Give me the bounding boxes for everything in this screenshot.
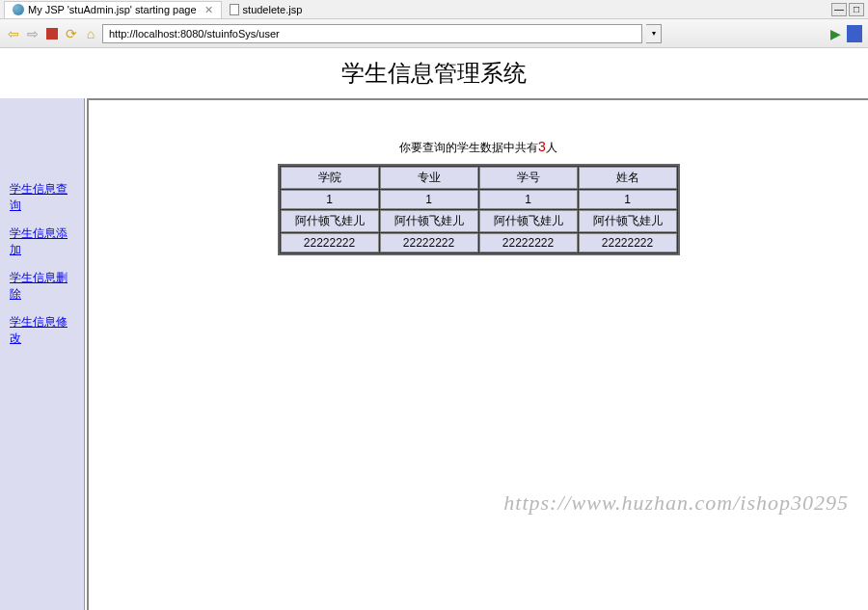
tool-button[interactable] bbox=[847, 26, 862, 41]
header-college: 学院 bbox=[281, 167, 379, 189]
arrow-right-icon: ⇨ bbox=[27, 26, 39, 41]
home-icon: ⌂ bbox=[87, 26, 95, 41]
back-button[interactable]: ⇦ bbox=[6, 26, 21, 41]
stop-icon bbox=[46, 28, 58, 40]
sidebar-item-query[interactable]: 学生信息查询 bbox=[0, 175, 84, 220]
table-row: 22222222 22222222 22222222 22222222 bbox=[281, 233, 677, 252]
window-controls: — □ bbox=[831, 3, 864, 16]
header-name: 姓名 bbox=[579, 167, 677, 189]
stop-button[interactable] bbox=[44, 26, 60, 41]
url-dropdown-button[interactable]: ▾ bbox=[646, 24, 662, 43]
tab-bar: My JSP 'stuAdmin.jsp' starting page ✕ st… bbox=[0, 0, 868, 19]
browser-toolbar: ⇦ ⇨ ⟳ ⌂ http://localhost:8080/stuinfoSys… bbox=[0, 19, 868, 48]
file-icon bbox=[230, 4, 239, 15]
tab-stuadmin[interactable]: My JSP 'stuAdmin.jsp' starting page ✕ bbox=[4, 1, 222, 18]
tab-studelete[interactable]: studelete.jsp bbox=[222, 2, 311, 17]
header-id: 学号 bbox=[479, 167, 578, 189]
main-content: 你要查询的学生数据中共有3人 学院 专业 学号 姓名 1 1 1 1 bbox=[87, 98, 868, 610]
table-header-row: 学院 专业 学号 姓名 bbox=[281, 167, 677, 189]
tab-label: studelete.jsp bbox=[243, 4, 303, 15]
square-icon bbox=[847, 25, 862, 42]
refresh-icon: ⟳ bbox=[66, 26, 77, 41]
sidebar-item-add[interactable]: 学生信息添加 bbox=[0, 220, 84, 264]
query-result-text: 你要查询的学生数据中共有3人 bbox=[89, 139, 868, 156]
go-button[interactable]: ▶ bbox=[827, 26, 843, 41]
refresh-button[interactable]: ⟳ bbox=[64, 26, 79, 41]
home-button[interactable]: ⌂ bbox=[83, 26, 98, 41]
tab-label: My JSP 'stuAdmin.jsp' starting page bbox=[28, 4, 197, 15]
student-table: 学院 专业 学号 姓名 1 1 1 1 阿什顿飞娃儿 阿什顿飞娃儿 阿什顿飞娃儿 bbox=[278, 164, 680, 255]
sidebar: 学生信息查询 学生信息添加 学生信息删除 学生信息修改 bbox=[0, 98, 85, 610]
table-row: 阿什顿飞娃儿 阿什顿飞娃儿 阿什顿飞娃儿 阿什顿飞娃儿 bbox=[281, 210, 677, 232]
sidebar-item-delete[interactable]: 学生信息删除 bbox=[0, 264, 84, 308]
table-row: 1 1 1 1 bbox=[281, 190, 677, 209]
play-icon: ▶ bbox=[830, 26, 841, 41]
globe-icon bbox=[13, 4, 24, 15]
forward-button[interactable]: ⇨ bbox=[25, 26, 41, 41]
page-title: 学生信息管理系统 bbox=[0, 48, 868, 98]
content-wrap: 学生信息查询 学生信息添加 学生信息删除 学生信息修改 你要查询的学生数据中共有… bbox=[0, 98, 868, 610]
header-major: 专业 bbox=[380, 167, 478, 189]
url-input[interactable]: http://localhost:8080/stuinfoSys/user bbox=[102, 24, 642, 43]
minimize-button[interactable]: — bbox=[831, 3, 847, 16]
query-count: 3 bbox=[538, 139, 546, 154]
maximize-button[interactable]: □ bbox=[849, 3, 864, 16]
sidebar-item-edit[interactable]: 学生信息修改 bbox=[0, 308, 84, 353]
watermark: https://www.huzhan.com/ishop30295 bbox=[503, 491, 849, 516]
arrow-left-icon: ⇦ bbox=[8, 26, 19, 41]
close-icon[interactable]: ✕ bbox=[204, 4, 213, 16]
